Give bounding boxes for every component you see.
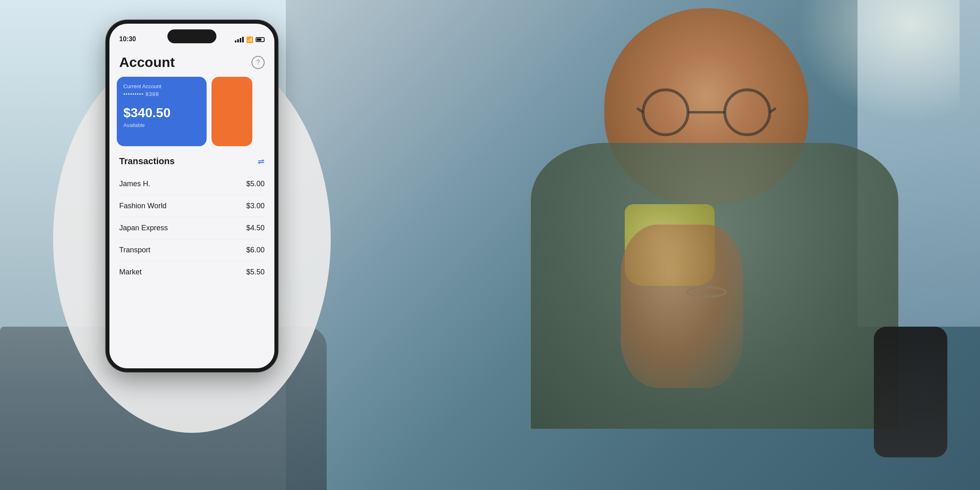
- transactions-header: Transactions ⇌: [109, 146, 274, 173]
- secondary-account-card[interactable]: [212, 77, 252, 146]
- light-source: [796, 0, 960, 122]
- signal-bar-3: [240, 38, 241, 42]
- transaction-amount: $4.50: [246, 224, 265, 232]
- transaction-amount: $3.00: [246, 202, 265, 210]
- card-balance: $340.50: [123, 105, 200, 120]
- bracelet: [686, 286, 727, 298]
- wifi-icon: 📶: [246, 36, 253, 43]
- status-time: 10:30: [119, 36, 136, 43]
- screen-content: Account ? Current Account ••••••••• 8388…: [109, 46, 274, 368]
- transaction-name: Fashion World: [119, 202, 167, 210]
- transaction-item[interactable]: James H. $5.00: [119, 173, 265, 195]
- phone-screen: 10:30 📶: [109, 24, 274, 368]
- transaction-amount: $5.50: [246, 268, 265, 276]
- signal-bar-2: [237, 39, 239, 42]
- transaction-item[interactable]: Fashion World $3.00: [119, 195, 265, 217]
- battery-icon: [256, 37, 265, 42]
- transaction-name: Market: [119, 268, 142, 276]
- transaction-item[interactable]: Japan Express $4.50: [119, 217, 265, 239]
- phone-mockup: 10:30 📶: [106, 20, 278, 372]
- page-title: Account: [119, 54, 175, 70]
- transaction-name: Transport: [119, 246, 150, 254]
- person-phone: [874, 327, 947, 457]
- help-button[interactable]: ?: [252, 56, 265, 69]
- transaction-item[interactable]: Market $5.50: [119, 261, 265, 283]
- transaction-item[interactable]: Transport $6.00: [119, 239, 265, 261]
- svg-point-1: [725, 90, 770, 135]
- signal-bar-1: [235, 40, 236, 42]
- signal-icon: [235, 37, 244, 42]
- transaction-name: Japan Express: [119, 224, 168, 232]
- card-available: Available: [123, 122, 200, 128]
- transactions-sort-icon[interactable]: ⇌: [258, 156, 265, 166]
- transaction-amount: $6.00: [246, 246, 265, 254]
- circle-zoom-container: 10:30 📶: [53, 20, 331, 470]
- transaction-name: James H.: [119, 180, 150, 188]
- card-number: ••••••••• 8388: [123, 91, 200, 97]
- battery-fill: [257, 38, 261, 41]
- page-header: Account ?: [109, 46, 274, 77]
- status-icons: 📶: [235, 36, 265, 43]
- svg-point-0: [643, 90, 688, 135]
- transaction-amount: $5.00: [246, 180, 265, 188]
- transactions-title: Transactions: [119, 156, 175, 167]
- person-arm: [621, 225, 743, 388]
- transaction-list: James H. $5.00 Fashion World $3.00 Japan…: [109, 173, 274, 283]
- help-icon: ?: [256, 59, 260, 66]
- card-label: Current Account: [123, 83, 200, 89]
- glasses: [629, 86, 784, 139]
- signal-bar-4: [242, 37, 244, 42]
- current-account-card[interactable]: Current Account ••••••••• 8388 $340.50 A…: [117, 77, 207, 146]
- cards-section: Current Account ••••••••• 8388 $340.50 A…: [109, 77, 274, 146]
- dynamic-island: [167, 29, 216, 43]
